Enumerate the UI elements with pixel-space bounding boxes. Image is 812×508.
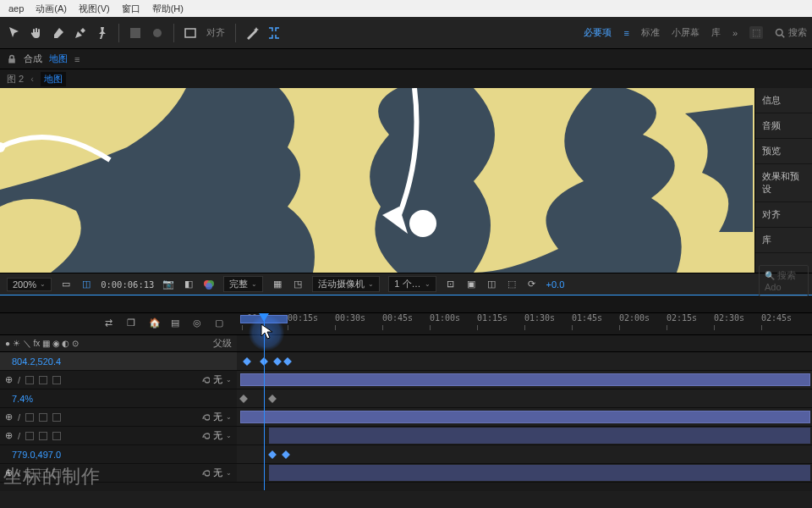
shape-tool-icon[interactable]	[126, 24, 145, 42]
side-panels: 信息 音频 预览 效果和预设 对齐 库 🔍 搜索 Ado	[754, 88, 812, 273]
property-coord-row[interactable]: 779.0,497.0	[0, 445, 812, 464]
snapshot-icon[interactable]: ◧	[183, 279, 195, 290]
menu-view[interactable]: 视图(V)	[74, 1, 115, 17]
grid-icon[interactable]: ◫	[80, 279, 92, 290]
composition-viewport[interactable]	[0, 88, 754, 273]
parent-dropdown[interactable]: 无⌄	[200, 411, 232, 423]
parent-col: 父级	[213, 337, 232, 350]
tl-tool-1[interactable]: ⇄	[105, 318, 118, 331]
menu-window[interactable]: 窗口	[117, 1, 145, 17]
timeline-header-tools: ⇄ ❒ 🏠 ▤ ◎ ▢	[0, 313, 237, 334]
eraser-tool-icon[interactable]	[49, 24, 68, 42]
panel-align[interactable]: 对齐	[755, 202, 812, 228]
zoom-select[interactable]: 200%⌄	[7, 278, 52, 291]
comp-name[interactable]: 地图	[49, 52, 68, 65]
panel-audio[interactable]: 音频	[755, 113, 812, 139]
playhead[interactable]	[264, 313, 265, 490]
panel-effects[interactable]: 效果和预设	[755, 164, 812, 202]
svg-rect-0	[130, 28, 140, 38]
property-position-row[interactable]: 804.2,520.4	[0, 352, 812, 371]
title-fragment: aep	[3, 2, 29, 15]
svg-point-3	[776, 29, 783, 36]
vf-icon-4[interactable]: ⬚	[506, 279, 518, 290]
pen-tool-icon[interactable]	[71, 24, 90, 42]
col-icons: ● ☀ ＼ fx ▦ ◉ ◐ ⊙	[5, 338, 79, 350]
views-select[interactable]: 1 个…⌄	[388, 276, 436, 292]
panel-library[interactable]: 库	[755, 228, 812, 253]
search-box[interactable]: 搜索	[775, 26, 807, 39]
parent-dropdown[interactable]: 无⌄	[200, 429, 232, 442]
menu-help[interactable]: 帮助(H)	[147, 1, 189, 17]
tl-tool-3[interactable]: 🏠	[149, 318, 162, 331]
tl-tool-5[interactable]: ◎	[193, 318, 206, 331]
parent-dropdown[interactable]: 无⌄	[200, 467, 232, 479]
tl-tool-4[interactable]: ▤	[171, 318, 184, 331]
camera-icon[interactable]: 📷	[162, 279, 174, 290]
align-label: 对齐	[203, 26, 228, 39]
tab-1[interactable]: 图 2	[7, 73, 24, 86]
color-mgmt-icon[interactable]	[203, 279, 215, 290]
wand-icon[interactable]	[243, 24, 261, 42]
layout-icon[interactable]: ▦	[272, 279, 283, 290]
svg-rect-2	[185, 29, 195, 37]
vf-icon-3[interactable]: ◫	[486, 279, 497, 290]
vf-icon-1[interactable]: ⊡	[445, 279, 457, 290]
timecode[interactable]: 0:00:06:13	[101, 279, 154, 290]
timeline-panel: ⇄ ❒ 🏠 ▤ ◎ ▢ :00s 00:15s 00:30s 00:45s 01…	[0, 313, 812, 491]
comp-tabs: 图 2 ‹ 地图	[0, 69, 812, 88]
position-value[interactable]: 804.2,520.4	[12, 356, 61, 367]
parent-dropdown[interactable]: 无⌄	[200, 373, 232, 386]
exposure-reset-icon[interactable]: ⟳	[526, 279, 538, 290]
svg-point-6	[409, 210, 436, 237]
workspace-library[interactable]: 库	[711, 26, 721, 39]
selection-tool-icon[interactable]	[5, 24, 24, 42]
time-ruler[interactable]: :00s 00:15s 00:30s 00:45s 01:00s 01:15s …	[237, 313, 812, 334]
layer-columns-header: ● ☀ ＼ fx ▦ ◉ ◐ ⊙ 父级	[0, 335, 237, 351]
pin-tool-icon[interactable]	[93, 24, 112, 42]
workspace-overflow-icon[interactable]: »	[732, 28, 738, 38]
hand-tool-icon[interactable]	[27, 24, 46, 42]
tab-2[interactable]: 地图	[41, 72, 66, 86]
tool-bar: 对齐 必要项 ≡ 标准 小屏幕 库 » ⬚ 搜索	[0, 17, 812, 49]
exposure-value[interactable]: +0.0	[546, 279, 565, 290]
svg-point-9	[206, 283, 212, 290]
vf-icon-2[interactable]: ▣	[465, 279, 477, 290]
layer-row-4[interactable]: ⊕/ 无⌄	[0, 464, 812, 483]
layer-row-1[interactable]: ⊕/ 无⌄	[0, 371, 812, 389]
property-opacity-row[interactable]: 7.4%	[0, 389, 812, 408]
composition-header: 合成 地图 ≡	[0, 49, 812, 69]
breadcrumb-chevron-icon: ‹	[30, 74, 34, 84]
coord-value[interactable]: 779.0,497.0	[12, 450, 61, 460]
tl-tool-2[interactable]: ❒	[127, 318, 140, 331]
layer-row-2[interactable]: ⊕/ 无⌄	[0, 408, 812, 427]
workspace-switcher: 必要项 ≡ 标准 小屏幕 库 » ⬚ 搜索	[584, 26, 807, 39]
menu-bar: aep 动画(A) 视图(V) 窗口 帮助(H)	[0, 0, 812, 17]
lock-icon[interactable]	[7, 54, 17, 64]
workspace-essential[interactable]: 必要项	[584, 26, 612, 39]
menu-animation[interactable]: 动画(A)	[30, 1, 72, 17]
workspace-settings-icon[interactable]: ⬚	[749, 26, 763, 39]
panel-search[interactable]: 🔍 搜索 Ado	[759, 265, 809, 296]
panel-preview[interactable]: 预览	[755, 139, 812, 164]
layer-row-3[interactable]: ⊕/ 无⌄	[0, 427, 812, 445]
res-icon[interactable]: ▭	[60, 279, 72, 290]
workspace-standard[interactable]: 标准	[641, 26, 660, 39]
search-icon	[775, 28, 785, 38]
opacity-value[interactable]: 7.4%	[12, 394, 33, 404]
rect-icon[interactable]	[181, 24, 200, 42]
viewport-footer: 200%⌄ ▭ ◫ 0:00:06:13 📷 ◧ 完整⌄ ▦ ◳ 活动摄像机⌄ …	[0, 273, 812, 295]
panel-info[interactable]: 信息	[755, 88, 812, 113]
workspace-small[interactable]: 小屏幕	[672, 26, 700, 39]
snap-icon[interactable]	[265, 24, 283, 42]
camera-select[interactable]: 活动摄像机⌄	[312, 276, 380, 292]
quality-select[interactable]: 完整⌄	[223, 276, 263, 292]
misc-tool-icon[interactable]	[148, 24, 167, 42]
tl-tool-6[interactable]: ▢	[215, 318, 228, 331]
panel-divider[interactable]	[0, 295, 812, 313]
comp-label: 合成	[24, 52, 42, 65]
mask-icon[interactable]: ◳	[292, 279, 304, 290]
svg-point-1	[153, 29, 162, 37]
